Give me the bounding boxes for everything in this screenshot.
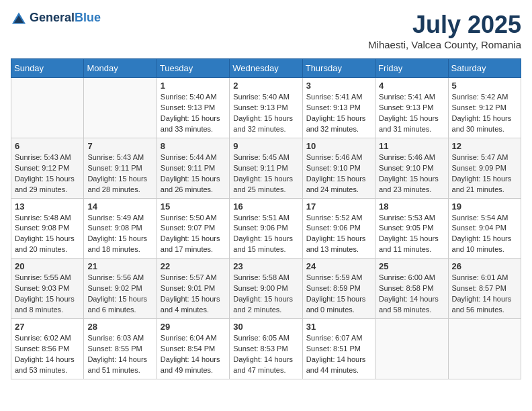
day-number: 6 (15, 141, 80, 151)
logo-text: GeneralBlue (30, 11, 101, 25)
calendar-cell: 2Sunrise: 5:40 AMSunset: 9:13 PMDaylight… (230, 78, 302, 138)
calendar-cell (84, 78, 157, 138)
calendar-cell: 20Sunrise: 5:55 AMSunset: 9:03 PMDayligh… (11, 259, 84, 319)
day-info: Sunrise: 5:50 AMSunset: 9:07 PMDaylight:… (161, 213, 226, 256)
day-info: Sunrise: 6:02 AMSunset: 8:56 PMDaylight:… (15, 333, 80, 376)
month-year: July 2025 (368, 11, 521, 39)
day-number: 24 (306, 261, 371, 271)
calendar-cell: 11Sunrise: 5:46 AMSunset: 9:10 PMDayligh… (375, 138, 448, 198)
day-info: Sunrise: 5:44 AMSunset: 9:11 PMDaylight:… (161, 152, 226, 195)
day-number: 27 (15, 322, 80, 332)
calendar-cell: 19Sunrise: 5:54 AMSunset: 9:04 PMDayligh… (448, 198, 521, 259)
calendar-week-4: 20Sunrise: 5:55 AMSunset: 9:03 PMDayligh… (11, 259, 521, 319)
day-info: Sunrise: 5:53 AMSunset: 9:05 PMDaylight:… (379, 213, 444, 256)
day-info: Sunrise: 5:43 AMSunset: 9:12 PMDaylight:… (15, 152, 80, 195)
calendar-cell (11, 78, 84, 138)
calendar-cell: 24Sunrise: 5:59 AMSunset: 8:59 PMDayligh… (302, 259, 375, 319)
calendar-cell: 21Sunrise: 5:56 AMSunset: 9:02 PMDayligh… (84, 259, 157, 319)
day-info: Sunrise: 6:03 AMSunset: 8:55 PMDaylight:… (87, 333, 152, 376)
day-number: 5 (452, 81, 517, 91)
day-number: 19 (452, 201, 517, 212)
day-number: 8 (161, 141, 226, 151)
location: Mihaesti, Valcea County, Romania (368, 39, 521, 50)
day-info: Sunrise: 6:07 AMSunset: 8:51 PMDaylight:… (306, 333, 371, 376)
day-number: 25 (379, 261, 444, 271)
calendar-cell: 14Sunrise: 5:49 AMSunset: 9:08 PMDayligh… (84, 198, 157, 259)
title-block: July 2025 Mihaesti, Valcea County, Roman… (368, 11, 521, 50)
day-number: 14 (87, 201, 152, 212)
day-info: Sunrise: 6:04 AMSunset: 8:54 PMDaylight:… (161, 333, 226, 376)
day-info: Sunrise: 5:41 AMSunset: 9:13 PMDaylight:… (306, 92, 371, 135)
weekday-header-friday: Friday (375, 59, 448, 78)
logo-general: General (30, 11, 75, 24)
calendar-cell: 3Sunrise: 5:41 AMSunset: 9:13 PMDaylight… (302, 78, 375, 138)
calendar-cell: 1Sunrise: 5:40 AMSunset: 9:13 PMDaylight… (157, 78, 229, 138)
calendar-cell: 22Sunrise: 5:57 AMSunset: 9:01 PMDayligh… (157, 259, 229, 319)
day-number: 30 (233, 322, 298, 332)
day-number: 9 (233, 141, 298, 151)
calendar-cell: 16Sunrise: 5:51 AMSunset: 9:06 PMDayligh… (230, 198, 302, 259)
day-info: Sunrise: 5:51 AMSunset: 9:06 PMDaylight:… (233, 213, 298, 256)
day-number: 12 (452, 141, 517, 151)
calendar-cell: 26Sunrise: 6:01 AMSunset: 8:57 PMDayligh… (448, 259, 521, 319)
logo: GeneralBlue (11, 11, 101, 25)
day-number: 16 (233, 201, 298, 212)
calendar-cell: 25Sunrise: 6:00 AMSunset: 8:58 PMDayligh… (375, 259, 448, 319)
calendar-cell: 6Sunrise: 5:43 AMSunset: 9:12 PMDaylight… (11, 138, 84, 198)
day-info: Sunrise: 5:54 AMSunset: 9:04 PMDaylight:… (452, 213, 517, 256)
day-info: Sunrise: 5:40 AMSunset: 9:13 PMDaylight:… (161, 92, 226, 135)
calendar-cell: 30Sunrise: 6:05 AMSunset: 8:53 PMDayligh… (230, 319, 302, 379)
day-number: 21 (87, 261, 152, 271)
day-number: 23 (233, 261, 298, 271)
calendar-cell: 4Sunrise: 5:41 AMSunset: 9:13 PMDaylight… (375, 78, 448, 138)
calendar-cell (448, 319, 521, 379)
day-number: 10 (306, 141, 371, 151)
day-number: 1 (161, 81, 226, 91)
day-info: Sunrise: 5:48 AMSunset: 9:08 PMDaylight:… (15, 213, 80, 256)
page-header: GeneralBlue July 2025 Mihaesti, Valcea C… (11, 11, 521, 50)
calendar-week-2: 6Sunrise: 5:43 AMSunset: 9:12 PMDaylight… (11, 138, 521, 198)
day-info: Sunrise: 6:00 AMSunset: 8:58 PMDaylight:… (379, 273, 444, 316)
calendar-week-5: 27Sunrise: 6:02 AMSunset: 8:56 PMDayligh… (11, 319, 521, 379)
weekday-header-tuesday: Tuesday (157, 59, 229, 78)
calendar-cell: 27Sunrise: 6:02 AMSunset: 8:56 PMDayligh… (11, 319, 84, 379)
day-number: 20 (15, 261, 80, 271)
day-info: Sunrise: 5:46 AMSunset: 9:10 PMDaylight:… (379, 152, 444, 195)
logo-blue: Blue (75, 11, 101, 24)
calendar-cell: 13Sunrise: 5:48 AMSunset: 9:08 PMDayligh… (11, 198, 84, 259)
day-info: Sunrise: 5:55 AMSunset: 9:03 PMDaylight:… (15, 273, 80, 316)
day-info: Sunrise: 5:56 AMSunset: 9:02 PMDaylight:… (87, 273, 152, 316)
day-info: Sunrise: 5:58 AMSunset: 9:00 PMDaylight:… (233, 273, 298, 316)
weekday-header-saturday: Saturday (448, 59, 521, 78)
calendar-table: SundayMondayTuesdayWednesdayThursdayFrid… (11, 58, 521, 379)
day-number: 26 (452, 261, 517, 271)
day-number: 13 (15, 201, 80, 212)
day-info: Sunrise: 6:05 AMSunset: 8:53 PMDaylight:… (233, 333, 298, 376)
weekday-header-row: SundayMondayTuesdayWednesdayThursdayFrid… (11, 59, 521, 78)
weekday-header-thursday: Thursday (302, 59, 375, 78)
calendar-week-1: 1Sunrise: 5:40 AMSunset: 9:13 PMDaylight… (11, 78, 521, 138)
calendar-cell: 29Sunrise: 6:04 AMSunset: 8:54 PMDayligh… (157, 319, 229, 379)
calendar-cell: 5Sunrise: 5:42 AMSunset: 9:12 PMDaylight… (448, 78, 521, 138)
day-number: 7 (87, 141, 152, 151)
logo-icon (11, 11, 27, 25)
calendar-cell: 12Sunrise: 5:47 AMSunset: 9:09 PMDayligh… (448, 138, 521, 198)
day-number: 3 (306, 81, 371, 91)
day-info: Sunrise: 5:45 AMSunset: 9:11 PMDaylight:… (233, 152, 298, 195)
day-info: Sunrise: 5:47 AMSunset: 9:09 PMDaylight:… (452, 152, 517, 195)
calendar-cell: 28Sunrise: 6:03 AMSunset: 8:55 PMDayligh… (84, 319, 157, 379)
day-number: 28 (87, 322, 152, 332)
day-info: Sunrise: 5:43 AMSunset: 9:11 PMDaylight:… (87, 152, 152, 195)
day-info: Sunrise: 5:42 AMSunset: 9:12 PMDaylight:… (452, 92, 517, 135)
day-number: 17 (306, 201, 371, 212)
day-info: Sunrise: 5:41 AMSunset: 9:13 PMDaylight:… (379, 92, 444, 135)
calendar-cell: 7Sunrise: 5:43 AMSunset: 9:11 PMDaylight… (84, 138, 157, 198)
weekday-header-sunday: Sunday (11, 59, 84, 78)
day-number: 11 (379, 141, 444, 151)
day-number: 15 (161, 201, 226, 212)
calendar-cell: 23Sunrise: 5:58 AMSunset: 9:00 PMDayligh… (230, 259, 302, 319)
calendar-week-3: 13Sunrise: 5:48 AMSunset: 9:08 PMDayligh… (11, 198, 521, 259)
day-number: 29 (161, 322, 226, 332)
calendar-cell: 15Sunrise: 5:50 AMSunset: 9:07 PMDayligh… (157, 198, 229, 259)
day-number: 18 (379, 201, 444, 212)
